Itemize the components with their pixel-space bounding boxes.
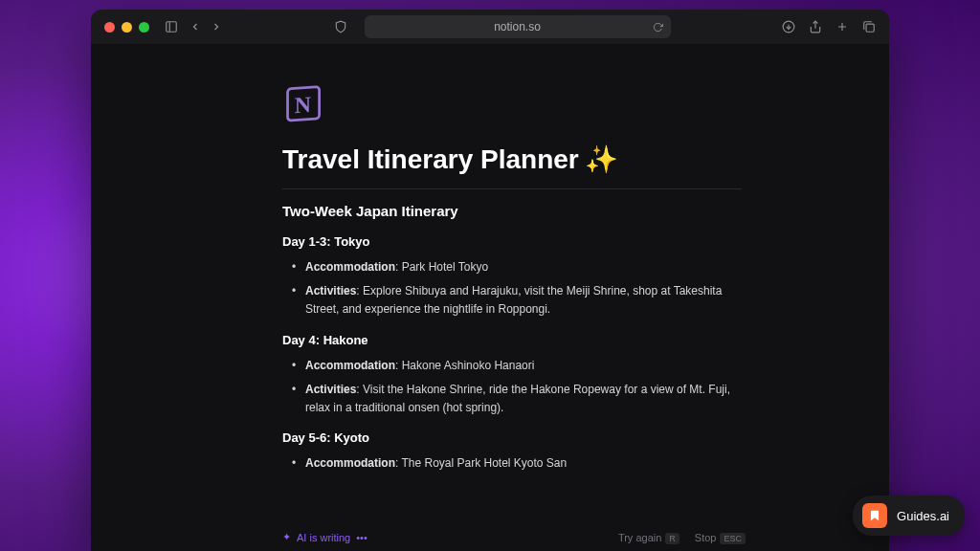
close-window-button[interactable] [104,22,115,33]
downloads-icon[interactable] [782,20,795,33]
subtitle[interactable]: Two-Week Japan Itinerary [282,203,742,219]
svg-text:N: N [295,92,311,118]
activities-label: Activities [305,383,356,396]
back-button[interactable] [189,21,201,33]
traffic-lights [104,22,149,33]
accommodation-value: : The Royal Park Hotel Kyoto San [395,456,567,470]
browser-toolbar: notion.so [91,10,889,44]
loading-dots: ••• [356,532,368,543]
bookmark-icon [862,503,887,528]
minimize-window-button[interactable] [122,22,132,33]
list-item[interactable]: Accommodation: Park Hotel Tokyo [298,258,742,276]
list-item[interactable]: Accommodation: Hakone Ashinoko Hanaori [298,357,742,375]
key-hint: R [665,533,679,544]
day-section: Day 5-6: Kyoto Accommodation: The Royal … [282,430,742,473]
share-icon[interactable] [809,20,822,33]
stop-button[interactable]: StopESC [695,532,746,543]
maximize-window-button[interactable] [139,22,149,33]
shield-icon[interactable] [334,20,347,33]
page-title[interactable]: Travel Itinerary Planner ✨ [282,143,742,175]
reload-icon[interactable] [653,22,663,33]
day-section: Day 1-3: Tokyo Accommodation: Park Hotel… [282,234,742,320]
activities-label: Activities [305,284,356,298]
svg-rect-7 [866,24,874,32]
activities-value: : Visit the Hakone Shrine, ride the Hako… [305,383,730,414]
ai-writing-status: ✦ AI is writing ••• [282,531,368,543]
sidebar-toggle-icon[interactable] [165,20,178,33]
notion-logo-icon: N [282,82,326,126]
activities-value: : Explore Shibuya and Harajuku, visit th… [305,284,722,316]
key-hint: ESC [720,533,746,544]
svg-rect-0 [167,22,177,33]
guides-badge[interactable]: Guides.ai [853,496,965,536]
page-content-area: N Travel Itinerary Planner ✨ Two-Week Ja… [91,44,889,551]
list-item[interactable]: Activities: Explore Shibuya and Harajuku… [298,282,742,319]
divider [282,188,742,189]
sparkle-icon: ✦ [282,531,291,543]
tabs-icon[interactable] [862,20,876,33]
accommodation-label: Accommodation [305,260,395,274]
try-again-button[interactable]: Try againR [618,532,679,543]
guides-label: Guides.ai [897,509,949,523]
accommodation-label: Accommodation [305,359,395,372]
ai-writing-text: AI is writing [297,532,350,543]
day-section: Day 4: Hakone Accommodation: Hakone Ashi… [282,333,742,418]
browser-window: notion.so N [91,10,889,551]
list-item[interactable]: Activities: Visit the Hakone Shrine, rid… [298,381,742,417]
accommodation-label: Accommodation [305,456,395,470]
address-bar[interactable]: notion.so [365,15,671,38]
page-title-text: Travel Itinerary Planner [282,144,579,175]
forward-button[interactable] [211,21,222,33]
accommodation-value: : Hakone Ashinoko Hanaori [395,359,534,372]
new-tab-icon[interactable] [835,20,849,33]
url-text: notion.so [494,20,541,33]
day-heading[interactable]: Day 5-6: Kyoto [282,430,742,445]
list-item[interactable]: Accommodation: The Royal Park Hotel Kyot… [298,454,742,473]
ai-status-bar: ✦ AI is writing ••• Try againR StopESC [282,523,746,551]
day-heading[interactable]: Day 4: Hakone [282,333,742,347]
accommodation-value: : Park Hotel Tokyo [395,260,488,274]
sparkles-icon: ✨ [585,143,618,175]
day-heading[interactable]: Day 1-3: Tokyo [282,234,742,249]
